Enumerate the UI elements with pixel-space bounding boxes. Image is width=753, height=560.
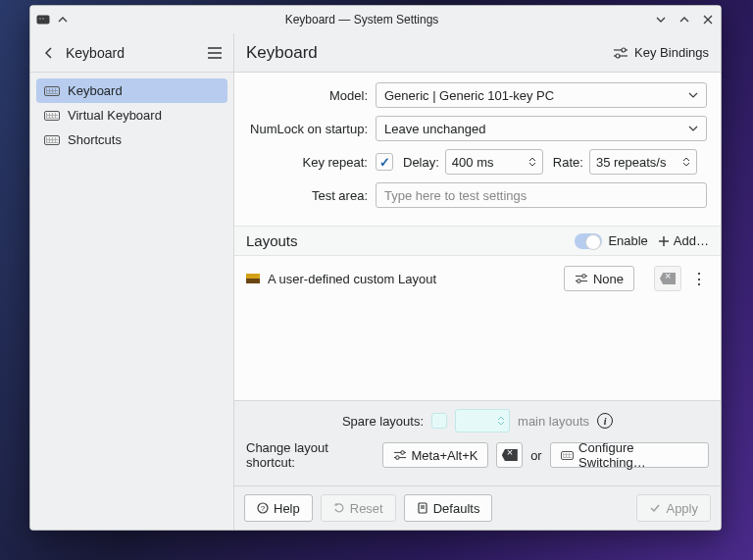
help-button[interactable]: ? Help [244,494,313,522]
document-icon [417,502,428,514]
footer: ? Help Reset Defaults Apply [234,485,721,530]
reset-button[interactable]: Reset [321,494,396,522]
chevron-down-icon [688,92,698,98]
rate-spinbox[interactable]: 35 repeats/s [589,149,697,175]
spin-buttons[interactable] [528,157,536,167]
spare-layouts-spinbox[interactable] [455,409,510,433]
add-layout-button[interactable]: Add… [658,233,709,248]
clear-shortcut-button[interactable] [654,266,681,291]
keyrepeat-label: Key repeat: [248,155,376,170]
spare-layouts-checkbox[interactable] [431,413,447,429]
layouts-list: A user-defined custom Layout None ⋮ [234,256,721,400]
pin-icon[interactable] [56,13,70,26]
close-button[interactable] [701,13,715,26]
flag-icon [246,274,260,283]
maximize-button[interactable] [678,13,691,26]
sidebar-item-label: Shortcuts [68,132,122,147]
header: Keyboard Keyboard Key Bindings [30,33,721,73]
model-value: Generic | Generic 101-key PC [384,88,688,103]
sliders-icon [575,273,588,284]
layouts-header: Layouts Enable Add… [234,226,721,256]
change-shortcut-value: Meta+Alt+K [412,448,478,463]
help-icon: ? [257,502,269,514]
spin-buttons[interactable] [682,157,690,167]
model-select[interactable]: Generic | Generic 101-key PC [376,82,707,108]
layout-row[interactable]: A user-defined custom Layout None ⋮ [246,264,709,293]
sidebar-item-virtual-keyboard[interactable]: Virtual Keyboard [36,103,227,127]
numlock-label: NumLock on startup: [248,122,376,136]
menu-button[interactable] [204,42,226,64]
testarea-label: Test area: [248,188,376,203]
spare-suffix: main layouts [518,414,589,429]
keyboard-icon [44,135,60,145]
window-title: Keyboard — System Settings [70,13,654,26]
sidebar-item-label: Virtual Keyboard [68,108,162,123]
apply-label: Apply [666,501,698,516]
spare-layouts-label: Spare layouts: [342,414,424,429]
sliders-icon [613,46,628,60]
bottom-panel: Spare layouts: main layouts i Change lay… [234,400,721,485]
delay-value: 400 ms [452,155,525,170]
clear-change-shortcut-button[interactable] [496,442,523,468]
testarea-input[interactable]: Type here to test settings [376,182,707,208]
page-title: Keyboard [246,43,613,63]
check-icon [649,502,661,514]
keyboard-icon [44,111,60,121]
backspace-icon [502,449,518,461]
sidebar-item-label: Keyboard [68,83,123,98]
sidebar-item-shortcuts[interactable]: Shortcuts [36,127,227,152]
sliders-icon [393,449,407,461]
defaults-label: Defaults [433,501,480,516]
keyboard-icon [561,451,574,460]
rate-label: Rate: [553,155,583,170]
sidebar-item-keyboard[interactable]: Keyboard [36,78,227,103]
minimize-button[interactable] [654,13,668,26]
info-icon[interactable]: i [597,413,613,429]
keyrepeat-checkbox[interactable] [376,153,393,171]
svg-point-19 [400,451,403,454]
layout-shortcut-value: None [593,272,624,286]
delay-spinbox[interactable]: 400 ms [445,149,543,175]
body: Keyboard Virtual Keyboard Shortcuts Mode… [30,73,721,530]
backspace-icon [660,273,676,284]
testarea-placeholder: Type here to test settings [384,188,527,203]
svg-point-9 [622,48,626,52]
layouts-title: Layouts [246,232,575,249]
reset-label: Reset [350,501,383,516]
layouts-enable-toggle[interactable] [575,233,602,249]
delay-label: Delay: [403,155,439,170]
rate-value: 35 repeats/s [596,155,678,170]
help-label: Help [274,501,300,516]
undo-icon [333,502,345,514]
spin-buttons[interactable] [497,416,505,426]
svg-text:?: ? [261,504,266,513]
svg-point-21 [395,456,398,459]
change-shortcut-label: Change layout shortcut: [246,440,375,470]
or-label: or [530,448,542,463]
layout-shortcut-button[interactable]: None [564,266,634,291]
apply-button[interactable]: Apply [636,494,711,522]
svg-point-11 [616,54,620,58]
key-bindings-label: Key Bindings [634,45,709,60]
app-icon [36,13,50,26]
chevron-down-icon [688,126,698,131]
configure-switching-label: Configure Switching… [578,440,698,470]
keyboard-form: Model: Generic | Generic 101-key PC NumL… [234,73,721,226]
numlock-value: Leave unchanged [384,122,688,136]
enable-label: Enable [608,233,647,248]
defaults-button[interactable]: Defaults [404,494,493,522]
numlock-select[interactable]: Leave unchanged [376,116,707,141]
change-shortcut-button[interactable]: Meta+Alt+K [382,442,489,468]
svg-point-15 [582,275,585,278]
svg-rect-2 [42,18,44,20]
add-label: Add… [674,233,709,248]
layout-name: A user-defined custom Layout [268,272,556,286]
svg-point-17 [577,280,580,282]
back-button[interactable] [38,42,60,64]
key-bindings-button[interactable]: Key Bindings [613,45,709,60]
sidebar: Keyboard Virtual Keyboard Shortcuts [30,73,234,530]
configure-switching-button[interactable]: Configure Switching… [550,442,709,468]
titlebar: Keyboard — System Settings [30,6,721,33]
layout-menu-button[interactable]: ⋮ [689,270,709,288]
main-panel: Model: Generic | Generic 101-key PC NumL… [234,73,721,530]
